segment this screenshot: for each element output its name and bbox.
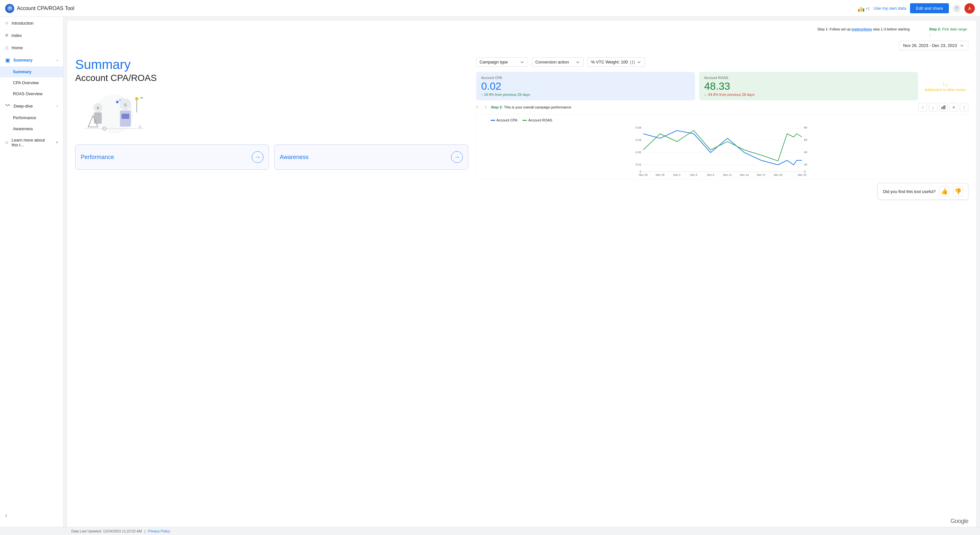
learn-icon: ○ — [5, 140, 8, 145]
vtc-weight-selector[interactable]: % VTC Weight: 100 (1) — [587, 57, 645, 67]
learn-expand-icon: + — [56, 140, 58, 145]
svg-rect-20 — [944, 105, 945, 109]
sidebar-item-awareness[interactable]: Awareness — [0, 123, 63, 134]
cpa-change: ↑ 18.9% from previous 28 days — [481, 93, 690, 97]
thumbs-down-button[interactable]: 👎 — [953, 187, 963, 196]
svg-text:Dec 17: Dec 17 — [757, 173, 765, 176]
filters-row: Campaign type Conversion action % VTC We… — [476, 57, 968, 67]
sidebar-item-summary-parent[interactable]: ▣ Summary − — [0, 54, 63, 67]
sidebar-label-deep-dive: Deep-dive — [14, 104, 33, 108]
svg-text:Dec 11: Dec 11 — [723, 173, 732, 176]
app-title: Account CPA/ROAS Tool — [17, 5, 856, 11]
sidebar-item-performance[interactable]: Performance — [0, 113, 63, 123]
add-metric-label: Add/switch to other metric — [924, 88, 966, 92]
nav-card-performance-label: Performance — [81, 154, 114, 160]
nav-cards: Performance → Awareness → — [75, 144, 468, 170]
add-metric-button[interactable]: ↑↓ Add/switch to other metric — [922, 72, 968, 100]
thumbs-up-icon: 👍 — [941, 188, 948, 195]
sidebar-item-summary-sub[interactable]: Summary — [0, 67, 63, 78]
use-own-data-button[interactable]: Use my own data — [874, 6, 906, 11]
chart-legend: Account CPA Account ROAS — [479, 118, 966, 122]
legend-roas-dot — [522, 120, 527, 121]
line-chart-svg: 0.04 0.03 0.02 0.01 0 80 60 40 20 0 — [479, 125, 966, 176]
sidebar-item-learn-more[interactable]: ○ Learn more about this t... + — [0, 134, 63, 151]
legend-roas-label: Account ROAS — [528, 118, 552, 122]
sidebar-label-introduction: Introduction — [12, 21, 34, 25]
arrow-right-icon: → — [255, 154, 261, 160]
nav-card-awareness-arrow[interactable]: → — [451, 151, 463, 163]
instructions-link[interactable]: instructions — [852, 27, 872, 31]
sidebar-item-roas-overview[interactable]: ROAS Overview — [0, 89, 63, 99]
wave-icon — [5, 103, 10, 109]
nav-card-awareness[interactable]: Awareness → — [274, 144, 468, 170]
right-panel: Campaign type Conversion action % VTC We… — [476, 57, 968, 219]
sidebar-label-learn-more: Learn more about this t... — [12, 138, 52, 148]
svg-point-12 — [116, 101, 119, 103]
step2-item: Step 2: Pick date range ↓ — [929, 27, 967, 37]
circle-icon: ○ — [5, 20, 8, 26]
sidebar-item-cpa-overview[interactable]: CPA Overview — [0, 78, 63, 89]
header-actions: +1 Use my own data Edit and share ? A — [858, 3, 975, 14]
bar-chart-button[interactable] — [939, 103, 948, 111]
app-header: Account CPA/ROAS Tool +1 Use my own data… — [0, 0, 980, 17]
step2-arrow: ↓ — [929, 32, 931, 37]
main-panel: Step 1: Follow set up instructions step … — [67, 21, 976, 530]
sidebar-item-introduction[interactable]: ○ Introduction — [0, 17, 63, 29]
sidebar-label-cpa-overview: CPA Overview — [13, 81, 39, 85]
sidebar-item-deep-dive[interactable]: Deep-dive − — [0, 99, 63, 113]
svg-point-17 — [139, 125, 141, 128]
bar1 — [858, 9, 860, 12]
sidebar-label-index: Index — [11, 33, 22, 38]
nav-card-performance[interactable]: Performance → — [75, 144, 269, 170]
step1-label: Step 1: Follow set up instructions step … — [817, 27, 910, 31]
sidebar-item-index[interactable]: ≡ Index — [0, 29, 63, 41]
svg-text:Dec 2: Dec 2 — [673, 173, 680, 176]
date-range-selector[interactable]: Nov 26, 2023 - Dec 23, 2023 — [899, 41, 968, 50]
date-range-value: Nov 26, 2023 - Dec 23, 2023 — [903, 43, 957, 48]
svg-point-14 — [121, 98, 123, 99]
privacy-policy-link[interactable]: Privacy Policy — [148, 529, 170, 533]
google-logo: Google — [950, 518, 968, 525]
svg-text:0.02: 0.02 — [635, 151, 641, 154]
svg-text:Nov 26: Nov 26 — [639, 173, 648, 176]
step3-bar: ↑ ↑ Step 3: This is your overall campaig… — [476, 103, 968, 111]
legend-roas: Account ROAS — [522, 118, 552, 122]
arrow-right-icon-2: → — [454, 154, 460, 160]
conversion-action-filter[interactable]: Conversion action — [532, 57, 584, 67]
sidebar-item-home[interactable]: ⌂ Home — [0, 41, 63, 54]
sort-down-button[interactable]: ↓ — [929, 103, 937, 111]
svg-text:60: 60 — [804, 138, 807, 141]
sidebar: ○ Introduction ≡ Index ⌂ Home ▣ Summary … — [0, 17, 64, 535]
sort-up-button[interactable]: ↑ — [918, 103, 927, 111]
chart-icon-group: +1 — [858, 5, 870, 12]
sidebar-collapse-button[interactable]: ‹ — [0, 509, 63, 522]
more-button[interactable]: ⋮ — [960, 103, 968, 111]
step2-text: Pick date range — [942, 27, 967, 31]
svg-text:G: G — [124, 103, 127, 107]
chart-container: Account CPA Account ROAS 0.04 — [476, 114, 968, 179]
sidebar-label-summary-parent: Summary — [13, 58, 32, 62]
app-logo — [5, 4, 14, 13]
thumbs-up-button[interactable]: 👍 — [940, 187, 949, 196]
sidebar-label-roas-overview: ROAS Overview — [13, 92, 43, 96]
svg-text:0.04: 0.04 — [635, 126, 641, 129]
svg-point-11 — [135, 97, 138, 100]
cpa-value: 0.02 — [481, 81, 690, 91]
svg-point-0 — [7, 6, 12, 11]
avatar[interactable]: A — [964, 3, 975, 14]
sidebar-label-summary-sub: Summary — [13, 70, 32, 74]
campaign-chevron-icon — [520, 60, 524, 64]
help-button[interactable]: ? — [953, 5, 961, 12]
campaign-type-filter[interactable]: Campaign type — [476, 57, 528, 67]
filter-button[interactable]: ≡ — [950, 103, 958, 111]
edit-share-button[interactable]: Edit and share — [910, 3, 949, 13]
legend-cpa-label: Account CPA — [496, 118, 517, 122]
svg-text:0: 0 — [640, 170, 641, 173]
cpa-label: Account CPA — [481, 76, 690, 80]
illustration: A G — [75, 90, 468, 139]
svg-text:20: 20 — [804, 163, 807, 166]
nav-card-performance-arrow[interactable]: → — [252, 151, 264, 163]
chart-controls: ↑ ↓ ≡ ⋮ — [918, 103, 968, 111]
arrow-up-left: ↑ — [476, 105, 478, 110]
bar2 — [861, 7, 862, 12]
